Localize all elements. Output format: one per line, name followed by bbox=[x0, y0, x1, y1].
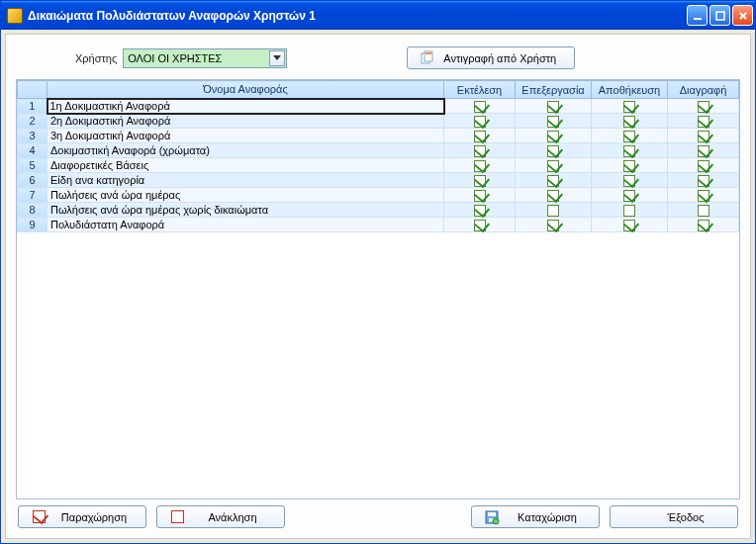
col-header-del[interactable]: Διαγραφή bbox=[668, 81, 739, 99]
report-name-cell[interactable]: 3η Δοκιμαστική Αναφορά bbox=[47, 129, 444, 143]
exec-cell[interactable] bbox=[444, 143, 516, 158]
checkbox[interactable] bbox=[623, 175, 635, 187]
save-cell[interactable] bbox=[592, 114, 668, 129]
table-row[interactable]: 5Διαφορετικές Βάσεις bbox=[18, 158, 739, 173]
checkbox[interactable] bbox=[623, 101, 635, 113]
checkbox[interactable] bbox=[698, 205, 709, 217]
table-row[interactable]: 33η Δοκιμαστική Αναφορά bbox=[18, 129, 739, 143]
save-button[interactable]: Καταχώριση bbox=[471, 505, 600, 528]
exec-cell[interactable] bbox=[444, 99, 516, 114]
del-cell[interactable] bbox=[668, 114, 739, 129]
checkbox[interactable] bbox=[547, 205, 559, 217]
checkbox[interactable] bbox=[623, 145, 635, 157]
exec-cell[interactable] bbox=[444, 173, 516, 188]
checkbox[interactable] bbox=[698, 190, 709, 202]
save-cell[interactable] bbox=[592, 218, 668, 232]
edit-cell[interactable] bbox=[516, 158, 592, 173]
table-row[interactable]: 7Πωλήσεις ανά ώρα ημέρας bbox=[18, 188, 739, 203]
checkbox[interactable] bbox=[698, 160, 709, 172]
checkbox[interactable] bbox=[547, 145, 559, 157]
report-name-cell[interactable]: Δοκιμαστική Αναφορά (χρώματα) bbox=[47, 143, 444, 158]
del-cell[interactable] bbox=[668, 203, 739, 218]
permissions-grid[interactable]: Όνομα Αναφοράς Εκτέλεση Επεξεργασία Αποθ… bbox=[16, 79, 740, 499]
copy-from-user-button[interactable]: Αντιγραφή από Χρήστη bbox=[407, 46, 575, 69]
checkbox[interactable] bbox=[547, 131, 559, 142]
col-header-save[interactable]: Αποθήκευση bbox=[592, 81, 668, 99]
checkbox[interactable] bbox=[698, 145, 709, 157]
report-name-cell[interactable]: Πωλήσεις ανά ώρα ημέρας bbox=[47, 188, 444, 203]
checkbox[interactable] bbox=[474, 190, 486, 202]
del-cell[interactable] bbox=[668, 173, 739, 188]
checkbox[interactable] bbox=[698, 220, 709, 231]
user-select[interactable]: ΟΛΟΙ ΟΙ ΧΡΗΣΤΕΣ bbox=[123, 48, 287, 68]
maximize-button[interactable] bbox=[709, 5, 730, 26]
exec-cell[interactable] bbox=[444, 129, 516, 143]
edit-cell[interactable] bbox=[516, 129, 592, 143]
save-cell[interactable] bbox=[592, 99, 668, 114]
exit-button[interactable]: Έξοδος bbox=[610, 505, 738, 528]
col-header-exec[interactable]: Εκτέλεση bbox=[444, 81, 516, 99]
checkbox[interactable] bbox=[474, 145, 486, 157]
save-cell[interactable] bbox=[592, 158, 668, 173]
checkbox[interactable] bbox=[474, 205, 486, 217]
checkbox[interactable] bbox=[474, 116, 486, 128]
close-button[interactable] bbox=[732, 5, 753, 26]
report-name-cell[interactable]: Πολυδιάστατη Αναφορά bbox=[47, 218, 444, 232]
col-header-name[interactable]: Όνομα Αναφοράς bbox=[47, 81, 444, 99]
exec-cell[interactable] bbox=[444, 114, 516, 129]
del-cell[interactable] bbox=[668, 158, 739, 173]
title-bar[interactable]: Δικαιώματα Πολυδιάστατων Αναφορών Χρηστώ… bbox=[1, 1, 755, 30]
save-cell[interactable] bbox=[592, 173, 668, 188]
checkbox[interactable] bbox=[623, 205, 635, 217]
report-name-cell[interactable]: Πωλήσεις ανά ώρα ημέρας χωρίς δικαιώματα bbox=[47, 203, 444, 218]
minimize-button[interactable] bbox=[687, 5, 708, 26]
table-row[interactable]: 22η Δοκιμαστική Αναφορά bbox=[18, 114, 739, 129]
checkbox[interactable] bbox=[698, 116, 709, 128]
save-cell[interactable] bbox=[592, 203, 668, 218]
checkbox[interactable] bbox=[474, 175, 486, 187]
edit-cell[interactable] bbox=[516, 218, 592, 232]
del-cell[interactable] bbox=[668, 99, 739, 114]
edit-cell[interactable] bbox=[516, 143, 592, 158]
edit-cell[interactable] bbox=[516, 188, 592, 203]
edit-cell[interactable] bbox=[516, 99, 592, 114]
edit-cell[interactable] bbox=[516, 173, 592, 188]
report-name-cell[interactable]: 2η Δοκιμαστική Αναφορά bbox=[47, 114, 444, 129]
checkbox[interactable] bbox=[623, 116, 635, 128]
checkbox[interactable] bbox=[623, 131, 635, 142]
exec-cell[interactable] bbox=[444, 188, 516, 203]
del-cell[interactable] bbox=[668, 188, 739, 203]
checkbox[interactable] bbox=[623, 160, 635, 172]
checkbox[interactable] bbox=[547, 175, 559, 187]
checkbox[interactable] bbox=[474, 131, 486, 142]
checkbox[interactable] bbox=[547, 220, 559, 231]
checkbox[interactable] bbox=[547, 101, 559, 113]
save-cell[interactable] bbox=[592, 129, 668, 143]
table-row[interactable]: 9Πολυδιάστατη Αναφορά bbox=[18, 218, 739, 232]
checkbox[interactable] bbox=[698, 175, 709, 187]
chevron-down-icon[interactable] bbox=[269, 50, 285, 66]
exec-cell[interactable] bbox=[444, 218, 516, 232]
checkbox[interactable] bbox=[623, 220, 635, 231]
checkbox[interactable] bbox=[474, 220, 486, 231]
col-header-edit[interactable]: Επεξεργασία bbox=[516, 81, 592, 99]
edit-cell[interactable] bbox=[516, 203, 592, 218]
checkbox[interactable] bbox=[474, 101, 486, 113]
grant-button[interactable]: Παραχώρηση bbox=[18, 505, 146, 528]
checkbox[interactable] bbox=[698, 101, 709, 113]
del-cell[interactable] bbox=[668, 143, 739, 158]
report-name-cell[interactable]: 1η Δοκιμαστική Αναφορά bbox=[47, 99, 444, 114]
table-row[interactable]: 8Πωλήσεις ανά ώρα ημέρας χωρίς δικαιώματ… bbox=[18, 203, 739, 218]
report-name-cell[interactable]: Διαφορετικές Βάσεις bbox=[47, 158, 444, 173]
del-cell[interactable] bbox=[668, 218, 739, 232]
edit-cell[interactable] bbox=[516, 114, 592, 129]
exec-cell[interactable] bbox=[444, 158, 516, 173]
checkbox[interactable] bbox=[474, 160, 486, 172]
table-row[interactable]: 6Είδη ανα κατηγορία bbox=[18, 173, 739, 188]
revoke-button[interactable]: Ανάκληση bbox=[156, 505, 285, 528]
checkbox[interactable] bbox=[698, 131, 709, 142]
checkbox[interactable] bbox=[547, 116, 559, 128]
table-row[interactable]: 11η Δοκιμαστική Αναφορά bbox=[18, 99, 739, 114]
table-row[interactable]: 4Δοκιμαστική Αναφορά (χρώματα) bbox=[18, 143, 739, 158]
del-cell[interactable] bbox=[668, 129, 739, 143]
